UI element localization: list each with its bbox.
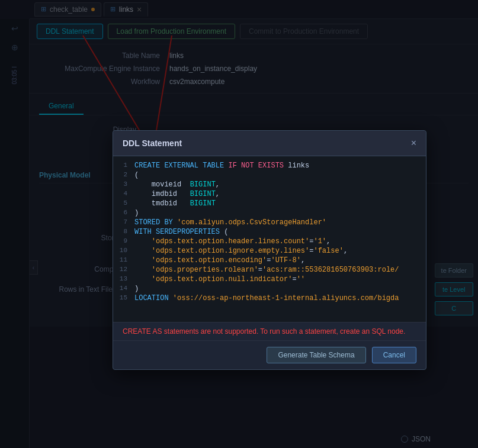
code-line-8: 8 WITH SERDEPROPERTIES (	[113, 227, 426, 237]
code-line-5: 5 tmdbid BIGINT	[113, 199, 426, 208]
code-line-7: 7 STORED BY 'com.aliyun.odps.CsvStorageH…	[113, 218, 426, 227]
modal-title: DDL Statement	[123, 138, 182, 148]
generate-schema-button[interactable]: Generate Table Schema	[267, 347, 365, 363]
code-line-14: 14 )	[113, 284, 426, 294]
code-line-3: 3 movieid BIGINT,	[113, 180, 426, 189]
ddl-code-area[interactable]: 1 CREATE EXTERNAL TABLE IF NOT EXISTS li…	[113, 156, 426, 322]
code-line-13: 13 'odps.text.option.null.indicator'=''	[113, 275, 426, 284]
cancel-button[interactable]: Cancel	[372, 347, 416, 363]
ddl-modal: DDL Statement × 1 CREATE EXTERNAL TABLE …	[113, 130, 426, 370]
modal-error-message: CREATE AS statements are not supported. …	[113, 322, 426, 340]
code-line-2: 2 (	[113, 170, 426, 180]
modal-body: 1 CREATE EXTERNAL TABLE IF NOT EXISTS li…	[113, 156, 426, 340]
code-line-11: 11 'odps.text.option.encoding'='UTF-8',	[113, 256, 426, 265]
modal-footer: Generate Table Schema Cancel	[113, 340, 426, 369]
code-line-12: 12 'odps.properties.rolearn'='acs:ram::5…	[113, 265, 426, 275]
code-line-9: 9 'odps.text.option.header.lines.count'=…	[113, 237, 426, 246]
code-line-10: 10 'odps.text.option.ignore.empty.lines'…	[113, 246, 426, 256]
code-line-4: 4 imdbid BIGINT,	[113, 189, 426, 199]
modal-close-button[interactable]: ×	[411, 138, 416, 149]
code-line-6: 6 )	[113, 208, 426, 218]
modal-header: DDL Statement ×	[113, 131, 426, 156]
code-line-15: 15 LOCATION 'oss://oss-ap-northeast-1-in…	[113, 294, 426, 303]
code-line-1: 1 CREATE EXTERNAL TABLE IF NOT EXISTS li…	[113, 161, 426, 170]
